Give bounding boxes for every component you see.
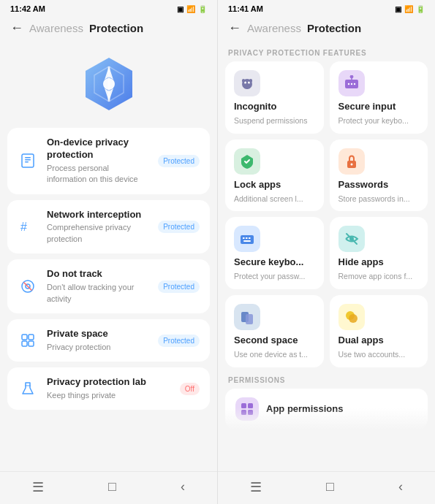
svg-rect-2: [25, 157, 31, 159]
left-back-button[interactable]: ←: [10, 20, 23, 36]
lock-apps-desc: Additional screen l...: [234, 194, 315, 205]
right-menu-icon[interactable]: ☰: [250, 479, 262, 495]
passwords-desc: Store passwords in...: [338, 194, 420, 205]
incognito-icon: [234, 70, 260, 96]
on-device-badge: Protected: [158, 155, 200, 167]
left-status-bar: 11:42 AM ▣ 📶 🔋: [0, 0, 217, 16]
lock-apps-icon: [234, 148, 260, 175]
privacy-lab-text: Privacy protection lab Keep things priva…: [47, 376, 171, 401]
network-desc: Comprehensive privacy protection: [47, 222, 149, 245]
wifi-icon: 📶: [186, 5, 195, 13]
right-wifi-icon: 📶: [404, 5, 413, 13]
svg-rect-17: [242, 79, 245, 83]
dual-apps-desc: Use two accounts...: [338, 350, 420, 360]
prot-item-network[interactable]: # Network interception Comprehensive pri…: [7, 200, 210, 254]
app-logo: [80, 55, 138, 113]
svg-point-21: [350, 83, 352, 85]
svg-rect-1: [22, 154, 34, 167]
incognito-desc: Suspend permissions: [234, 116, 315, 126]
svg-rect-26: [241, 235, 254, 244]
secure-input-desc: Protect your keybo...: [338, 116, 420, 126]
right-back-button[interactable]: ←: [228, 20, 241, 36]
feature-passwords[interactable]: Passwords Store passwords in...: [330, 140, 428, 212]
network-icon: #: [18, 216, 38, 237]
secure-input-title: Secure input: [338, 101, 420, 112]
network-title: Network interception: [47, 209, 149, 221]
svg-rect-4: [25, 161, 29, 163]
battery-icon: 🔋: [198, 5, 207, 13]
svg-rect-37: [241, 403, 246, 408]
private-space-badge: Protected: [158, 335, 200, 347]
private-space-title: Private space: [47, 328, 149, 340]
left-home-icon[interactable]: □: [108, 479, 116, 495]
right-battery-icon: 🔋: [416, 5, 425, 13]
private-space-icon: [18, 330, 38, 351]
left-panel: 11:42 AM ▣ 📶 🔋 ← Awareness Protection: [0, 0, 217, 504]
incognito-title: Incognito: [234, 101, 315, 112]
svg-rect-10: [29, 335, 34, 340]
svg-line-8: [24, 283, 32, 291]
perm-app-permissions[interactable]: App permissions: [225, 389, 428, 429]
hide-apps-desc: Remove app icons f...: [338, 272, 420, 282]
prot-item-donottrack[interactable]: Do not track Don't allow tracking your a…: [7, 259, 210, 313]
on-device-text: On-device privacy protection Process per…: [47, 137, 149, 186]
dual-apps-title: Dual apps: [338, 335, 420, 345]
lock-apps-title: Lock apps: [234, 179, 315, 190]
donottrack-title: Do not track: [47, 268, 149, 280]
right-back-nav-icon[interactable]: ‹: [398, 479, 403, 495]
svg-rect-39: [241, 410, 246, 415]
right-status-icons: ▣ 📶 🔋: [395, 5, 425, 13]
left-back-nav-icon[interactable]: ‹: [181, 479, 185, 495]
on-device-desc: Process personal information on this dev…: [47, 163, 149, 186]
donottrack-badge: Protected: [158, 280, 200, 293]
svg-rect-28: [246, 237, 248, 239]
svg-rect-12: [29, 341, 34, 346]
privacy-section-label: PRIVACY PROTECTION FEATURES: [218, 42, 435, 61]
hide-apps-icon: [338, 226, 365, 252]
permissions-section-label: PERMISSIONS: [218, 367, 435, 389]
svg-point-25: [350, 163, 352, 165]
sim-icon: ▣: [177, 5, 184, 13]
right-nav-protection: Protection: [307, 22, 361, 34]
app-permissions-title: App permissions: [266, 403, 343, 414]
prot-item-privacy-lab[interactable]: Privacy protection lab Keep things priva…: [7, 367, 210, 410]
right-time: 11:41 AM: [228, 4, 263, 13]
feature-secure-keyboard[interactable]: Secure keybo... Protect your passw...: [225, 217, 324, 289]
privacy-lab-icon: [18, 378, 38, 399]
secure-keyboard-title: Secure keybo...: [234, 256, 315, 267]
right-status-bar: 11:41 AM ▣ 📶 🔋: [218, 0, 435, 16]
prot-item-private-space[interactable]: Private space Privacy protection Protect…: [7, 319, 210, 362]
second-space-title: Second space: [234, 335, 315, 345]
right-panel: 11:41 AM ▣ 📶 🔋 ← Awareness Protection PR…: [217, 0, 435, 504]
svg-line-32: [347, 234, 357, 244]
on-device-icon: [18, 150, 38, 171]
prot-item-on-device[interactable]: On-device privacy protection Process per…: [7, 128, 210, 194]
svg-rect-3: [25, 159, 31, 161]
svg-rect-27: [243, 237, 245, 239]
feature-hide-apps[interactable]: Hide apps Remove app icons f...: [330, 217, 428, 289]
app-permissions-text: App permissions: [266, 403, 343, 414]
svg-rect-30: [243, 240, 251, 242]
svg-text:#: #: [20, 221, 27, 233]
svg-rect-9: [22, 335, 27, 340]
svg-rect-40: [248, 410, 253, 415]
privacy-lab-badge: Off: [180, 383, 200, 395]
feature-secure-input[interactable]: Secure input Protect your keybo...: [330, 61, 428, 134]
feature-incognito[interactable]: Incognito Suspend permissions: [225, 61, 324, 134]
privacy-lab-desc: Keep things private: [47, 390, 171, 401]
left-time: 11:42 AM: [10, 4, 45, 13]
feature-dual-apps[interactable]: Dual apps Use two accounts...: [330, 295, 428, 367]
feature-second-space[interactable]: Second space Use one device as t...: [225, 295, 324, 367]
right-home-icon[interactable]: □: [326, 479, 334, 495]
left-nav-bar: ← Awareness Protection: [0, 16, 217, 42]
secure-keyboard-desc: Protect your passw...: [234, 272, 315, 282]
features-grid: Incognito Suspend permissions Secure inp…: [218, 61, 435, 367]
left-bottom-nav: ☰ □ ‹: [0, 471, 217, 504]
passwords-icon: [338, 148, 365, 175]
left-menu-icon[interactable]: ☰: [32, 479, 44, 495]
svg-point-0: [103, 78, 115, 90]
feature-lock-apps[interactable]: Lock apps Additional screen l...: [225, 140, 324, 212]
right-nav-awareness: Awareness: [247, 22, 301, 34]
dual-apps-icon: [338, 304, 365, 330]
private-space-text: Private space Privacy protection: [47, 328, 149, 353]
